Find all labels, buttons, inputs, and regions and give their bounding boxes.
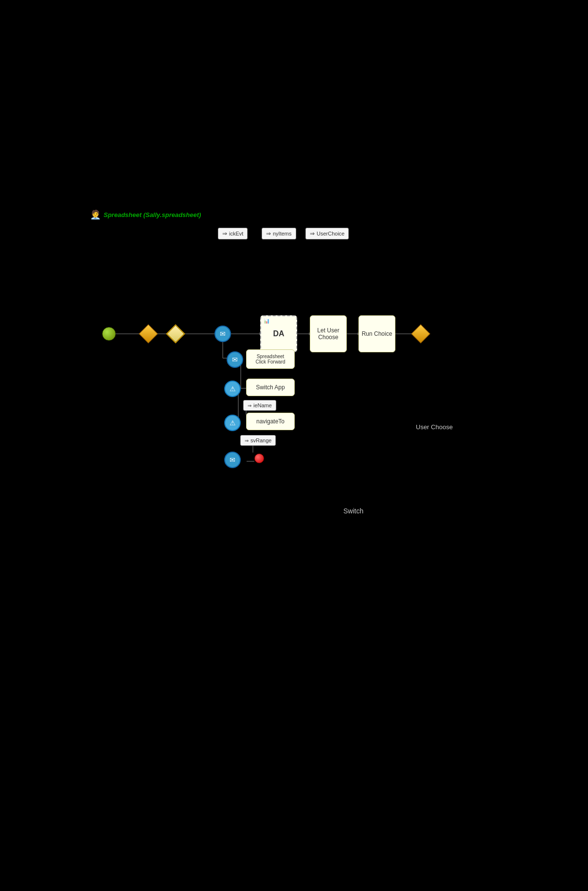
alert-icon-1: ⚠ bbox=[230, 385, 236, 393]
param-arrow-iename: ⇒ bbox=[248, 403, 251, 408]
task-run-choice-label: Run Choice bbox=[362, 330, 392, 337]
switch-label: Switch bbox=[343, 507, 363, 515]
alert-icon-2: ⚠ bbox=[230, 419, 236, 427]
task-navigate-to[interactable]: navigateTo bbox=[246, 413, 295, 430]
gateway-node-2 bbox=[166, 324, 185, 344]
param-arrow-userchoice: ⇒ bbox=[310, 230, 315, 237]
spreadsheet-label: 🧑‍💼 Spreadsheet (Sally.spreadsheet) bbox=[90, 209, 201, 220]
spreadsheet-label-text: Spreadsheet (Sally.spreadsheet) bbox=[104, 211, 201, 218]
param-iename: ⇒ ieName bbox=[243, 400, 276, 411]
param-box-userchoice: ⇒ UserChoice bbox=[305, 228, 349, 239]
gateway-node-1 bbox=[139, 324, 158, 344]
connection-lines bbox=[0, 0, 588, 891]
param-box-clickevt: ⇒ ickEvt bbox=[218, 228, 248, 239]
user-choose-label: User Choose bbox=[416, 423, 453, 431]
task-run-choice[interactable]: Run Choice bbox=[358, 315, 395, 352]
param-svrange-label: svRange bbox=[250, 437, 271, 443]
param-arrow-svrange: ⇒ bbox=[245, 438, 249, 443]
param-arrow-clickevt: ⇒ bbox=[222, 230, 227, 237]
email-icon-3: ✉ bbox=[230, 456, 235, 464]
task-let-user-choose[interactable]: Let UserChoose bbox=[310, 315, 347, 352]
start-node bbox=[102, 327, 116, 341]
task-navigate-to-label: navigateTo bbox=[256, 418, 285, 425]
param-arrow-menuitems: ⇒ bbox=[266, 230, 271, 237]
email-icon-1: ✉ bbox=[220, 330, 226, 338]
param-label-userchoice: UserChoice bbox=[317, 231, 344, 236]
email-event-3: ✉ bbox=[224, 452, 241, 468]
param-box-menuitems: ⇒ nyItems bbox=[262, 228, 296, 239]
param-iename-label: ieName bbox=[253, 402, 272, 408]
task-da-icon: 📊 bbox=[264, 318, 269, 324]
task-switch-app-label: Switch App bbox=[256, 384, 285, 391]
task-switch-app[interactable]: Switch App bbox=[246, 379, 295, 396]
email-event-2: ✉ bbox=[227, 351, 243, 368]
task-let-user-choose-label: Let UserChoose bbox=[317, 327, 339, 341]
email-icon-2: ✉ bbox=[232, 356, 238, 364]
task-da[interactable]: 📊 DA bbox=[260, 315, 297, 352]
spreadsheet-person-icon: 🧑‍💼 bbox=[90, 209, 101, 220]
alert-event-1: ⚠ bbox=[224, 381, 241, 397]
task-da-label: DA bbox=[273, 329, 284, 338]
param-label-menuitems: nyItems bbox=[273, 231, 292, 236]
param-svrange: ⇒ svRange bbox=[240, 435, 276, 446]
gateway-end bbox=[411, 324, 430, 344]
diagram-canvas: 🧑‍💼 Spreadsheet (Sally.spreadsheet) ⇒ ic… bbox=[0, 0, 588, 891]
email-event-1: ✉ bbox=[214, 326, 231, 342]
alert-event-2: ⚠ bbox=[224, 415, 241, 431]
task-spreadsheet-click-label: SpreadsheetClick Forward bbox=[255, 354, 285, 364]
task-spreadsheet-click[interactable]: SpreadsheetClick Forward bbox=[246, 349, 295, 369]
end-node bbox=[254, 454, 264, 463]
param-label-clickevt: ickEvt bbox=[229, 231, 243, 236]
